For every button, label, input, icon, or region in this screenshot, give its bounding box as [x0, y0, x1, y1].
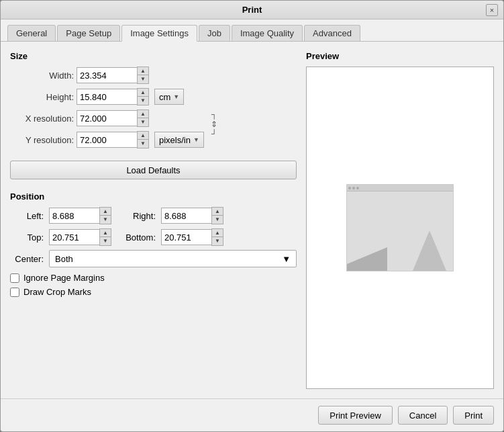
close-button[interactable]: ×: [486, 4, 498, 16]
top-down-button[interactable]: ▼: [100, 237, 111, 245]
link-bot: ┘: [211, 129, 217, 138]
left-field: ▲ ▼: [49, 207, 111, 224]
unit-arrow: ▼: [173, 93, 179, 100]
right-input[interactable]: [161, 208, 211, 224]
center-label: Center:: [10, 254, 44, 264]
bottom-down-button[interactable]: ▼: [212, 237, 223, 245]
link-resolution-icon: ┐ ⇕ ┘: [211, 110, 217, 138]
right-field: ▲ ▼: [161, 207, 223, 224]
preview-dot-1: [348, 187, 351, 189]
y-res-label: Y resolution:: [10, 135, 74, 145]
tab-image-settings[interactable]: Image Settings: [121, 25, 197, 42]
unit-value: cm: [159, 92, 170, 102]
size-title: Size: [10, 51, 297, 61]
x-res-row: X resolution: ▲ ▼: [10, 110, 204, 127]
center-row: Center: Both ▼: [10, 250, 297, 267]
bottom-field: ▲ ▼: [161, 228, 223, 246]
x-res-down-button[interactable]: ▼: [138, 118, 148, 126]
resolution-fields: X resolution: ▲ ▼ Y resolution: [10, 110, 204, 153]
link-top: ┐: [211, 110, 217, 119]
bottom-label: Bottom:: [122, 232, 156, 243]
resolution-unit-selector: pixels/in ▼: [154, 132, 204, 148]
tab-image-quality[interactable]: Image Quality: [232, 25, 303, 41]
ignore-margins-checkbox[interactable]: [10, 273, 19, 283]
tab-job[interactable]: Job: [199, 25, 230, 41]
tab-advanced[interactable]: Advanced: [304, 25, 360, 41]
preview-shape-triangle: [413, 230, 446, 271]
right-spinner-buttons: ▲ ▼: [211, 207, 223, 224]
draw-crop-checkbox[interactable]: [10, 288, 19, 297]
left-spinner-buttons: ▲ ▼: [99, 207, 111, 224]
preview-inner: [346, 184, 454, 271]
position-title: Position: [10, 191, 297, 202]
y-resolution-input[interactable]: [77, 132, 137, 148]
width-up-button[interactable]: ▲: [138, 67, 148, 75]
content-area: Size Width: ▲ ▼ Height:: [1, 42, 503, 398]
draw-crop-row: Draw Crop Marks: [10, 287, 297, 297]
top-up-button[interactable]: ▲: [100, 229, 111, 237]
width-spinner-buttons: ▲ ▼: [137, 67, 149, 84]
top-input[interactable]: [49, 229, 99, 245]
resolution-unit-dropdown[interactable]: pixels/in ▼: [154, 132, 204, 148]
x-res-up-button[interactable]: ▲: [138, 110, 148, 118]
right-down-button[interactable]: ▼: [212, 216, 223, 224]
top-label: Top:: [10, 232, 44, 243]
left-up-button[interactable]: ▲: [100, 208, 111, 216]
print-preview-button[interactable]: Print Preview: [318, 406, 393, 425]
preview-content: [347, 185, 453, 271]
y-res-spinner-buttons: ▲ ▼: [137, 131, 149, 148]
height-row: Height: ▲ ▼ cm ▼: [10, 88, 297, 105]
dialog-title: Print: [242, 5, 262, 15]
left-panel: Size Width: ▲ ▼ Height:: [10, 51, 297, 389]
title-bar: Print ×: [1, 1, 503, 19]
preview-label: Preview: [306, 51, 494, 61]
height-up-button[interactable]: ▲: [138, 89, 148, 97]
x-res-spinner: ▲ ▼: [77, 110, 149, 127]
bottom-spinner-buttons: ▲ ▼: [211, 228, 223, 246]
load-defaults-button[interactable]: Load Defaults: [10, 161, 297, 179]
cancel-button[interactable]: Cancel: [398, 406, 448, 425]
print-dialog: Print × General Page Setup Image Setting…: [0, 0, 504, 432]
width-input[interactable]: [77, 67, 137, 83]
height-input[interactable]: [77, 89, 137, 105]
x-res-spinner-buttons: ▲ ▼: [137, 110, 149, 127]
height-label: Height:: [10, 92, 74, 102]
print-button[interactable]: Print: [453, 406, 494, 425]
tab-bar: General Page Setup Image Settings Job Im…: [1, 19, 503, 42]
x-resolution-input[interactable]: [77, 110, 137, 126]
left-right-row: Left: ▲ ▼ Right: ▲ ▼: [10, 207, 297, 224]
left-down-button[interactable]: ▼: [100, 216, 111, 224]
width-down-button[interactable]: ▼: [138, 75, 148, 83]
size-section: Size Width: ▲ ▼ Height:: [10, 51, 297, 179]
position-section: Position Left: ▲ ▼ Right:: [10, 191, 297, 301]
preview-canvas: [347, 191, 453, 271]
preview-app-bar: [347, 185, 453, 191]
y-res-spinner: ▲ ▼: [77, 131, 149, 148]
y-res-up-button[interactable]: ▲: [138, 132, 148, 140]
width-spinner: ▲ ▼: [77, 67, 149, 84]
height-down-button[interactable]: ▼: [138, 97, 148, 105]
ignore-margins-label: Ignore Page Margins: [23, 273, 105, 283]
left-label: Left:: [10, 211, 44, 221]
y-res-down-button[interactable]: ▼: [138, 140, 148, 148]
right-label: Right:: [122, 211, 156, 221]
height-spinner: ▲ ▼: [77, 88, 149, 105]
right-up-button[interactable]: ▲: [212, 208, 223, 216]
bottom-up-button[interactable]: ▲: [212, 229, 223, 237]
tab-page-setup[interactable]: Page Setup: [57, 25, 120, 41]
link-mid: ⇕: [211, 120, 217, 129]
draw-crop-label: Draw Crop Marks: [23, 287, 91, 297]
left-input[interactable]: [49, 208, 99, 224]
unit-selector: cm ▼: [154, 89, 184, 105]
bottom-input[interactable]: [161, 229, 211, 245]
preview-panel: Preview: [306, 51, 494, 389]
tab-general[interactable]: General: [7, 25, 56, 41]
center-value: Both: [55, 254, 73, 264]
width-row: Width: ▲ ▼: [10, 67, 297, 84]
bottom-bar: Print Preview Cancel Print: [1, 398, 503, 431]
unit-dropdown[interactable]: cm ▼: [154, 89, 184, 105]
top-bottom-row: Top: ▲ ▼ Bottom: ▲ ▼: [10, 228, 297, 246]
preview-shape-mountain: [347, 237, 387, 271]
center-dropdown[interactable]: Both ▼: [49, 250, 297, 267]
x-res-label: X resolution:: [10, 114, 74, 124]
